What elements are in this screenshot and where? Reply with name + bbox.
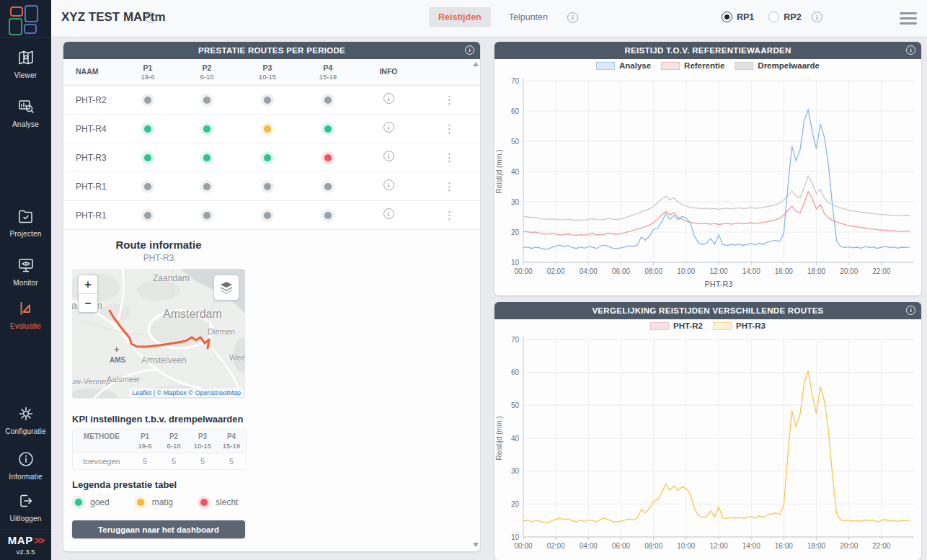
row-info-icon[interactable] [383,93,394,104]
row-info-icon[interactable] [383,151,394,161]
table-row: PHT-R4 [63,115,480,143]
kebab-menu-icon[interactable] [444,125,455,133]
vergelijking-routes-panel: VERGELIJKING REISTIJDEN VERSCHILLENDE RO… [494,302,921,560]
radio-button[interactable] [722,12,732,22]
panel-title: PRESTATIE ROUTES PER PERIODE [198,46,345,55]
kebab-menu-icon[interactable] [444,183,455,190]
radio-rp1[interactable]: RP1 [722,12,754,22]
legend-label: Analyse [619,61,651,70]
radio-label: RP1 [737,12,754,22]
status-dot-halo [200,151,213,164]
panel-info-icon[interactable] [906,306,915,315]
zoom-out-button[interactable]: − [79,294,97,312]
svg-text:08:00: 08:00 [644,542,662,550]
sidebar-item-configuratie[interactable]: Configuratie [0,405,51,435]
svg-text:08:00: 08:00 [644,267,662,275]
svg-text:06:00: 06:00 [612,267,630,275]
status-dot-halo [321,94,334,107]
tab-telpunten[interactable]: Telpunten [500,7,557,27]
legend-label: PHT-R2 [673,321,703,330]
row-info-icon[interactable] [383,179,394,190]
sidebar-item-monitor[interactable]: Monitor [0,257,51,287]
svg-text:14:00: 14:00 [742,542,760,550]
sidebar-item-analyse[interactable]: Analyse [0,98,51,128]
kpi-p1-value: 5 [130,457,159,466]
map-layers-button[interactable] [213,275,239,301]
svg-text:12:00: 12:00 [709,267,727,275]
panel-scrollbar[interactable] [472,61,479,548]
radio-button[interactable] [768,12,779,22]
status-dot-halo [261,151,274,164]
hamburger-menu-icon[interactable] [900,12,917,27]
radio-rp2[interactable]: RP2 [768,12,801,22]
title-info-icon[interactable] [146,12,156,23]
panel-title: REISTIJD T.O.V. REFERENTIEWAARDEN [624,46,791,55]
status-dot-geen [264,212,271,219]
svg-text:18:00: 18:00 [807,542,825,550]
status-dot-goed [144,154,151,161]
legend-dot-halo [72,496,85,509]
sidebar-item-label: Projecten [0,230,51,238]
route-map[interactable]: ZaandamlaarlemAmsterdamDiemen+AMSAmstelv… [72,269,245,399]
tabs-info-icon[interactable] [567,12,578,23]
chart-legend-item[interactable]: Drempelwaarde [735,61,820,70]
row-info-icon[interactable] [383,208,394,219]
status-dot-geen [203,97,210,104]
app-logo[interactable] [0,0,51,37]
panel-info-icon[interactable] [465,45,474,55]
chart-legend-item[interactable]: Referentie [661,61,724,70]
svg-text:40: 40 [511,168,520,176]
svg-text:10:00: 10:00 [677,267,695,275]
svg-text:14:00: 14:00 [742,267,760,275]
scroll-up-arrow-icon[interactable] [473,62,479,66]
kebab-menu-icon[interactable] [444,154,455,161]
sidebar-item-viewer[interactable]: Viewer [0,49,51,79]
sidebar-item-informatie[interactable]: Informatie [0,450,51,481]
chart-legend: AnalyseReferentieDrempelwaarde [494,61,921,70]
sidebar: Viewer Analyse Projecten Monitor Evaluat [0,0,51,560]
tab-reistijden[interactable]: Reistijden [429,7,491,27]
top-bar: XYZ TEST MAPtm Reistijden Telpunten RP1 … [51,0,927,37]
svg-text:00:00: 00:00 [514,542,532,550]
kpi-col-p1: P119-6 [130,432,159,450]
back-to-dashboard-button[interactable]: Teruggaan naar het dashboard [72,520,245,538]
map-attribution[interactable]: Leaflet | © Mapbox © OpenStreetMap [130,388,243,397]
panel-info-icon[interactable] [906,45,915,55]
status-dot-matig [264,125,271,133]
route-name: PHT-R4 [76,124,119,134]
svg-text:30: 30 [511,198,520,206]
sidebar-item-evaluatie[interactable]: Evaluatie [0,300,51,330]
svg-text:04:00: 04:00 [580,267,598,275]
legend-label: slecht [216,497,238,507]
sidebar-item-uitloggen[interactable]: Uitloggen [0,492,51,523]
chart-legend-item[interactable]: Analyse [596,61,651,70]
sidebar-item-projecten[interactable]: Projecten [0,208,51,238]
status-dot-halo [141,209,154,222]
analyse-icon [17,98,35,115]
svg-text:12:00: 12:00 [709,542,727,550]
scroll-down-arrow-icon[interactable] [473,543,479,547]
status-dot-halo [141,94,154,107]
status-dot-goed [144,125,151,133]
status-dot-slecht [324,154,332,161]
reistijd-chart: 1020304050607000:0002:0004:0006:0008:001… [494,75,921,295]
chart-legend-item[interactable]: PHT-R2 [650,321,703,330]
brand-text: MAP [8,534,33,546]
chart-legend-item[interactable]: PHT-R3 [713,321,766,330]
radios-info-icon[interactable] [812,12,822,22]
table-row: PHT-R2 [63,86,480,115]
row-info-icon[interactable] [383,122,394,133]
svg-text:Reistijd (min.): Reistijd (min.) [495,149,503,193]
zoom-in-button[interactable]: + [79,275,97,294]
routes-table-header: NAAM P119-6 P26-10 P310-15 P415-19 INFO [63,59,480,86]
svg-text:10: 10 [511,533,520,541]
kpi-methode-value[interactable]: toevoegen [73,457,130,466]
status-dot-halo [261,123,274,135]
svg-text:16:00: 16:00 [775,267,793,275]
svg-text:02:00: 02:00 [547,267,565,275]
status-dot-halo [141,180,154,193]
kebab-menu-icon[interactable] [444,212,455,219]
radio-label: RP2 [784,12,801,22]
legend-label: Referentie [684,61,724,70]
kebab-menu-icon[interactable] [444,97,455,104]
